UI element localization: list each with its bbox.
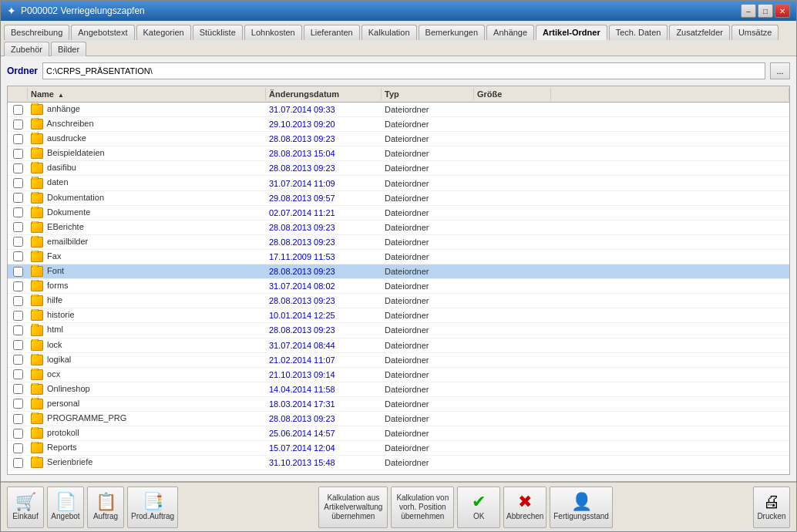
abbrechen-button[interactable]: ✖ Abbrechen (503, 487, 546, 528)
tab-lieferanten[interactable]: Lieferanten (304, 25, 360, 40)
row-checkbox[interactable] (8, 177, 28, 189)
table-row[interactable]: Beispieldateien28.08.2013 15:04Dateiordn… (8, 146, 789, 161)
row-size (474, 359, 551, 361)
table-row[interactable]: historie10.01.2014 12:25Dateiordner (8, 308, 789, 323)
row-checkbox[interactable] (8, 310, 28, 322)
header-size[interactable]: Größe (474, 88, 551, 100)
row-checkbox[interactable] (8, 163, 28, 174)
row-checkbox[interactable] (8, 413, 28, 425)
tab-tech-daten[interactable]: Tech. Daten (609, 25, 668, 40)
tab-bilder[interactable]: Bilder (51, 42, 86, 56)
row-checkbox[interactable] (8, 457, 28, 469)
tab-beschreibung[interactable]: Beschreibung (4, 25, 69, 40)
header-name[interactable]: Name ▲ (28, 88, 266, 100)
drucken-button[interactable]: 🖨 Drucken (753, 487, 790, 528)
einkauf-button[interactable]: 🛒 Einkauf (7, 487, 44, 528)
table-row[interactable]: Onlineshop14.04.2014 11:58Dateiordner (8, 382, 789, 397)
table-row[interactable]: lock31.07.2014 08:44Dateiordner (8, 338, 789, 353)
row-checkbox[interactable] (8, 428, 28, 439)
prod-auftrag-button[interactable]: 📑 Prod.Auftrag (127, 487, 178, 528)
row-date: 25.06.2014 14:57 (266, 428, 382, 439)
table-row[interactable]: html28.08.2013 09:23Dateiordner (8, 323, 789, 338)
table-row[interactable]: Reports15.07.2014 12:04Dateiordner (8, 441, 789, 456)
table-row[interactable]: ocx21.10.2013 09:14Dateiordner (8, 368, 789, 382)
minimize-button[interactable]: – (741, 4, 756, 18)
row-checkbox[interactable] (8, 207, 28, 218)
table-row[interactable]: PROGRAMME_PRG28.08.2013 09:23Dateiordner (8, 412, 789, 426)
einkauf-label: Einkauf (12, 512, 38, 520)
close-button[interactable]: ✕ (775, 4, 790, 18)
table-row[interactable]: ausdrucke28.08.2013 09:23Dateiordner (8, 132, 789, 146)
table-row[interactable]: emailbilder28.08.2013 09:23Dateiordner (8, 235, 789, 250)
row-name: dasifibu (28, 162, 266, 174)
row-checkbox[interactable] (8, 192, 28, 204)
header-type[interactable]: Typ (382, 88, 474, 100)
table-row[interactable]: Dokumentation29.08.2013 09:57Dateiordner (8, 191, 789, 206)
table-row[interactable]: anhänge31.07.2014 09:33Dateiordner (8, 103, 789, 117)
table-row[interactable]: Dokumente02.07.2014 11:21Dateiordner (8, 206, 789, 221)
row-checkbox[interactable] (8, 383, 28, 395)
tab-zusatzfelder[interactable]: Zusatzfelder (669, 25, 730, 40)
tab-lohnkosten[interactable]: Lohnkosten (244, 25, 302, 40)
row-checkbox[interactable] (8, 369, 28, 380)
row-checkbox[interactable] (8, 339, 28, 351)
table-row[interactable]: forms31.07.2014 08:02Dateiordner (8, 279, 789, 294)
row-checkbox[interactable] (8, 104, 28, 116)
tab-angebotstext[interactable]: Angebotstext (71, 25, 134, 40)
row-checkbox[interactable] (8, 236, 28, 247)
folder-icon (31, 222, 43, 233)
row-checkbox[interactable] (8, 398, 28, 409)
row-checkbox[interactable] (8, 354, 28, 365)
row-name: Anschreiben (28, 118, 266, 130)
tab-artikel-ordner[interactable]: Artikel-Ordner (536, 25, 607, 40)
table-row[interactable]: Anschreiben29.10.2013 09:20Dateiordner (8, 117, 789, 132)
kalkulation-position-button[interactable]: Kalkulation von vorh. Position übernehme… (391, 487, 454, 528)
folder-browse-button[interactable]: ... (770, 62, 790, 79)
table-row[interactable]: daten31.07.2014 11:09Dateiordner (8, 176, 789, 190)
table-row[interactable]: Serienbriefe31.10.2013 15:48Dateiordner (8, 456, 789, 470)
row-extra (551, 285, 789, 287)
tab-stueckliste[interactable]: Stückliste (193, 25, 243, 40)
header-date[interactable]: Änderungsdatum (266, 88, 382, 100)
row-size (474, 374, 551, 375)
row-checkbox[interactable] (8, 443, 28, 454)
tab-kalkulation[interactable]: Kalkulation (362, 25, 417, 40)
row-checkbox[interactable] (8, 133, 28, 145)
row-date: 18.03.2014 17:31 (266, 399, 382, 409)
row-checkbox[interactable] (8, 148, 28, 160)
row-checkbox[interactable] (8, 251, 28, 262)
row-type: Dateiordner (382, 237, 474, 247)
table-row[interactable]: logikal21.02.2014 11:07Dateiordner (8, 353, 789, 368)
tab-anhaenge[interactable]: Anhänge (486, 25, 534, 40)
row-checkbox[interactable] (8, 325, 28, 336)
table-row[interactable]: Font28.08.2013 09:23Dateiordner (8, 264, 789, 279)
table-row[interactable]: hilfe28.08.2013 09:23Dateiordner (8, 294, 789, 308)
file-list-body[interactable]: anhänge31.07.2014 09:33Dateiordner Ansch… (8, 103, 789, 474)
fertigungsstand-button[interactable]: 👤 Fertigungsstand (550, 487, 613, 528)
tab-umsaetze[interactable]: Umsätze (731, 25, 779, 40)
row-checkbox[interactable] (8, 119, 28, 130)
row-checkbox[interactable] (8, 281, 28, 292)
row-extra (551, 374, 789, 375)
row-size (474, 271, 551, 272)
row-name: EBerichte (28, 221, 266, 234)
table-row[interactable]: EBerichte28.08.2013 09:23Dateiordner (8, 221, 789, 235)
maximize-button[interactable]: □ (758, 4, 773, 18)
auftrag-button[interactable]: 📋 Auftrag (87, 487, 124, 528)
tab-bemerkungen[interactable]: Bemerkungen (419, 25, 486, 40)
angebot-button[interactable]: 📄 Angebot (47, 487, 84, 528)
tab-kategorien[interactable]: Kategorien (136, 25, 191, 40)
row-checkbox[interactable] (8, 295, 28, 307)
table-row[interactable]: protokoll25.06.2014 14:57Dateiordner (8, 426, 789, 441)
row-checkbox[interactable] (8, 221, 28, 233)
folder-input[interactable] (42, 62, 765, 79)
table-row[interactable]: Fax17.11.2009 11:53Dateiordner (8, 250, 789, 264)
table-row[interactable]: personal18.03.2014 17:31Dateiordner (8, 397, 789, 412)
folder-icon (31, 340, 43, 351)
tab-zubehoer[interactable]: Zubehör (4, 42, 49, 56)
ok-button[interactable]: ✔ OK (457, 487, 500, 528)
row-checkbox[interactable] (8, 266, 28, 278)
table-row[interactable]: dasifibu28.08.2013 09:23Dateiordner (8, 161, 789, 176)
kalkulation-artikel-button[interactable]: Kalkulation aus Artikelverwaltung überne… (318, 487, 388, 528)
row-extra (551, 153, 789, 154)
